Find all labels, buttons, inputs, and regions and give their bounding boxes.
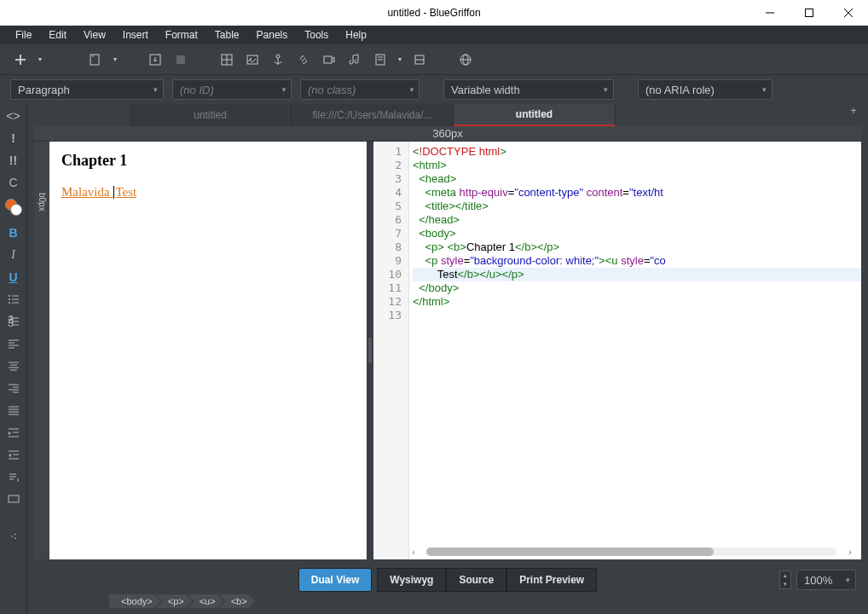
source-pane[interactable]: 12345678910111213 <!DOCTYPE html><html> … <box>373 142 861 559</box>
maximize-button[interactable] <box>790 0 829 26</box>
bold-button[interactable]: B <box>4 224 23 240</box>
italic-button[interactable]: I <box>4 246 23 263</box>
table-button[interactable] <box>217 49 237 70</box>
scroll-left-icon[interactable]: ‹ <box>409 547 418 557</box>
code-line[interactable]: <body> <box>413 227 861 240</box>
code-line[interactable]: </html> <box>413 295 861 309</box>
breadcrumb-item[interactable]: <b> <box>219 594 256 608</box>
stop-button[interactable] <box>171 49 191 70</box>
video-button[interactable] <box>319 49 339 70</box>
minimize-button[interactable] <box>750 0 790 26</box>
wysiwyg-link-text[interactable]: Malavida <box>61 185 113 199</box>
format-sidebar: <> ! !! C B I U 123 ⁖ <box>0 104 27 614</box>
horizontal-scrollbar[interactable]: ‹ › <box>409 547 854 557</box>
view-mode-button[interactable]: Dual View <box>298 568 372 592</box>
code-line[interactable]: <p> <b>Chapter 1</b></p> <box>413 240 861 254</box>
outdent-icon[interactable] <box>4 446 23 462</box>
editor-tab[interactable]: untitled <box>130 104 292 126</box>
svg-rect-1 <box>806 9 813 17</box>
underline-button[interactable]: U <box>4 269 23 285</box>
font-dropdown[interactable]: Variable width▾ <box>443 79 614 100</box>
horizontal-ruler[interactable]: 360px <box>34 126 861 142</box>
misc2-icon[interactable]: ⁖ <box>4 528 23 544</box>
excl1-icon[interactable]: ! <box>4 130 23 146</box>
view-mode-button[interactable]: Source <box>446 568 506 592</box>
breadcrumb: <body><p><u><b> <box>27 594 868 614</box>
align-right-icon[interactable] <box>4 379 23 396</box>
pane-splitter[interactable] <box>367 142 373 559</box>
form-dropdown-icon[interactable]: ▾ <box>396 49 404 70</box>
close-button[interactable] <box>829 0 868 26</box>
align-left-icon[interactable] <box>4 335 23 351</box>
open-dropdown-icon[interactable]: ▾ <box>111 49 119 70</box>
menu-table[interactable]: Table <box>206 26 248 43</box>
menu-help[interactable]: Help <box>337 26 375 43</box>
anchor-button[interactable] <box>268 49 288 70</box>
breadcrumb-item[interactable]: <body> <box>109 594 161 608</box>
menu-insert[interactable]: Insert <box>114 26 157 43</box>
wysiwyg-link-text[interactable]: Test <box>115 185 136 199</box>
vertical-ruler[interactable]: b0px <box>34 142 49 559</box>
menu-file[interactable]: File <box>7 26 40 43</box>
menu-view[interactable]: View <box>75 26 114 43</box>
direction-icon[interactable] <box>4 468 23 484</box>
editor-tabstrip: untitled file:///C:/Users/Malavida/... u… <box>27 104 868 126</box>
hr-button[interactable] <box>409 49 430 70</box>
element-dropdown[interactable]: Paragraph▾ <box>10 79 164 100</box>
menu-tools[interactable]: Tools <box>296 26 337 43</box>
editor-tab[interactable]: untitled <box>454 104 616 126</box>
align-center-icon[interactable] <box>4 357 23 374</box>
align-justify-icon[interactable] <box>4 402 23 418</box>
cap-button[interactable]: C <box>4 174 23 190</box>
code-line[interactable]: Test</b></u></p> <box>413 268 861 281</box>
new-button[interactable] <box>10 49 31 70</box>
breadcrumb-item[interactable]: <p> <box>156 594 193 608</box>
toggle-tags-icon[interactable]: <> <box>4 107 23 124</box>
editor-tab[interactable]: file:///C:/Users/Malavida/... <box>292 104 454 126</box>
code-line[interactable]: <p style="background-color: white;"><u s… <box>413 254 861 268</box>
view-mode-button[interactable]: Print Preview <box>506 568 597 592</box>
zoom-spinner[interactable]: ▴▾ <box>779 571 791 589</box>
menu-edit[interactable]: Edit <box>40 26 75 43</box>
zoom-dropdown[interactable]: 100%▾ <box>796 570 856 590</box>
code-line[interactable]: <title></title> <box>413 200 861 213</box>
class-dropdown[interactable]: (no class)▾ <box>300 79 420 100</box>
list-ol-icon[interactable]: 123 <box>4 313 23 329</box>
source-code[interactable]: <!DOCTYPE html><html> <head> <meta http-… <box>409 142 861 559</box>
aria-dropdown[interactable]: (no ARIA role)▾ <box>638 79 773 100</box>
code-line[interactable]: </head> <box>413 213 861 227</box>
wysiwyg-pane[interactable]: Chapter 1 Malavida Test <box>49 142 367 559</box>
add-tab-button[interactable]: + <box>842 104 865 117</box>
list-ul-icon[interactable] <box>4 291 23 307</box>
code-line[interactable]: <meta http-equiv="content-type" content=… <box>413 186 861 200</box>
save-button[interactable] <box>145 49 165 70</box>
wysiwyg-heading[interactable]: Chapter 1 <box>61 152 355 170</box>
code-line[interactable]: <!DOCTYPE html> <box>413 145 861 159</box>
code-line[interactable]: </body> <box>413 281 861 295</box>
breadcrumb-item[interactable]: <u> <box>188 594 224 608</box>
audio-button[interactable] <box>344 49 365 70</box>
form-button[interactable] <box>370 49 391 70</box>
window-titlebar: untitled - BlueGriffon <box>0 0 868 26</box>
open-button[interactable] <box>85 49 106 70</box>
menu-format[interactable]: Format <box>157 26 206 43</box>
spin-down-icon: ▾ <box>780 580 790 588</box>
link-button[interactable] <box>293 49 314 70</box>
misc1-icon[interactable] <box>4 490 23 507</box>
menu-panels[interactable]: Panels <box>248 26 297 43</box>
id-dropdown[interactable]: (no ID)▾ <box>172 79 292 100</box>
scroll-thumb[interactable] <box>426 547 714 556</box>
code-line[interactable] <box>413 309 861 322</box>
code-line[interactable]: <html> <box>413 159 861 172</box>
browser-button[interactable] <box>455 49 476 70</box>
view-mode-button[interactable]: Wysiwyg <box>377 568 446 592</box>
chevron-down-icon: ▾ <box>281 85 286 94</box>
code-line[interactable]: <head> <box>413 172 861 186</box>
new-dropdown-icon[interactable]: ▾ <box>36 49 44 70</box>
scroll-right-icon[interactable]: › <box>846 547 854 557</box>
image-button[interactable] <box>242 49 263 70</box>
excl2-icon[interactable]: !! <box>4 152 23 168</box>
svg-point-27 <box>9 302 10 304</box>
indent-icon[interactable] <box>4 424 23 440</box>
color-picker[interactable] <box>5 199 22 216</box>
